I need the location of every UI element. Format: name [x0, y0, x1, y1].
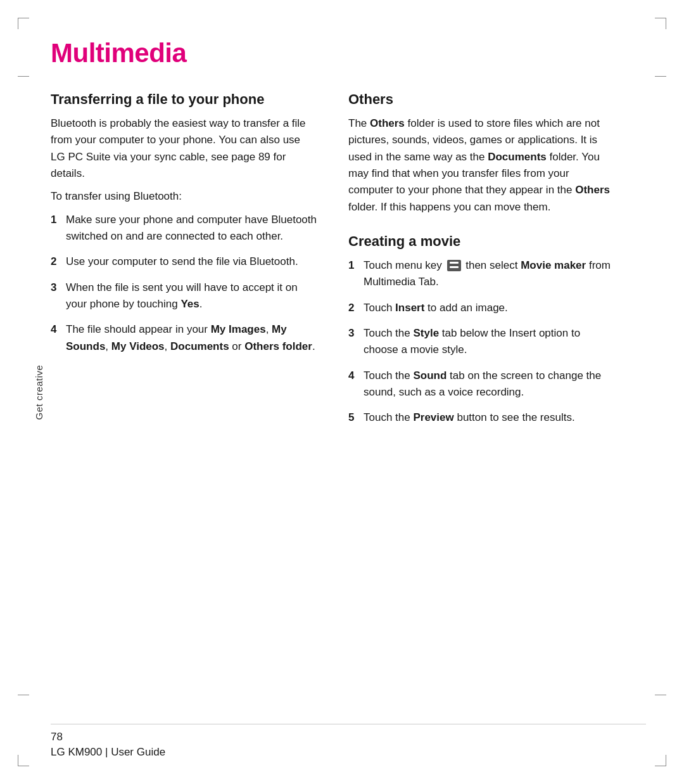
others-body: The Others folder is used to store files…	[348, 115, 614, 215]
side-mark-left-top	[18, 76, 29, 77]
two-column-layout: Transferring a file to your phone Blueto…	[51, 91, 646, 435]
movie-step4-bold1: Sound	[413, 370, 446, 382]
corner-mark-bl	[18, 755, 29, 766]
movie-step3-bold1: Style	[413, 327, 439, 339]
movie-step-text-3: Touch the Style tab below the Insert opt…	[364, 325, 614, 359]
step-num-1: 1	[51, 212, 61, 245]
transfer-step-3: 3 When the file is sent you will have to…	[51, 280, 317, 313]
footer-guide-text: User Guide	[111, 746, 165, 758]
movie-step2-prefix: Touch	[364, 302, 395, 314]
movie-step5-suffix: button to see the results.	[454, 411, 575, 423]
step-text-1: Make sure your phone and computer have B…	[66, 212, 317, 245]
movie-step-2: 2 Touch Insert to add an image.	[348, 300, 614, 316]
transfer-step-1: 1 Make sure your phone and computer have…	[51, 212, 317, 245]
others-bold3: Others	[575, 184, 610, 196]
step4-bold4: Documents	[170, 340, 229, 352]
movie-steps-list: 1 Touch menu key then select Movie maker…	[348, 257, 614, 427]
movie-step-text-5: Touch the Preview button to see the resu…	[364, 409, 614, 426]
transfer-step-4: 4 The file should appear in your My Imag…	[51, 321, 317, 355]
movie-step1-suffix: then select	[463, 259, 521, 271]
footer-page-number: 78	[51, 731, 646, 743]
movie-step1-bold1: Movie maker	[521, 259, 586, 271]
corner-mark-br	[655, 755, 666, 766]
step4-comma1: ,	[266, 323, 272, 335]
movie-step3-prefix: Touch the	[364, 327, 413, 339]
others-suffix3: folder. If this happens you can move the…	[348, 201, 550, 213]
others-bold1: Others	[370, 117, 405, 129]
movie-step-5: 5 Touch the Preview button to see the re…	[348, 409, 614, 426]
movie-step1-prefix: Touch menu key	[364, 259, 445, 271]
step3-bold: Yes	[180, 298, 199, 310]
sidebar-text: Get creative	[34, 364, 44, 420]
step-text-4: The file should appear in your My Images…	[66, 321, 317, 355]
step-num-3: 3	[51, 280, 61, 313]
step4-suffix: .	[312, 340, 315, 352]
footer-brand: LG KM900 | User Guide	[51, 746, 646, 759]
movie-step-1: 1 Touch menu key then select Movie maker…	[348, 257, 614, 291]
transfer-intro: Bluetooth is probably the easiest way to…	[51, 115, 317, 182]
step-text-3: When the file is sent you will have to a…	[66, 280, 317, 313]
movie-step-text-2: Touch Insert to add an image.	[364, 300, 614, 316]
corner-mark-tl	[18, 18, 29, 29]
movie-step-num-2: 2	[348, 300, 358, 316]
step4-prefix: The file should appear in your	[66, 323, 211, 335]
footer-divider	[51, 724, 646, 724]
step4-or: or	[229, 340, 245, 352]
movie-step-text-1: Touch menu key then select Movie maker f…	[364, 257, 614, 291]
main-content: Multimedia Transferring a file to your p…	[51, 38, 646, 733]
transfer-step-2: 2 Use your computer to send the file via…	[51, 254, 317, 270]
movie-step2-suffix: to add an image.	[424, 302, 507, 314]
transfer-steps-list: 1 Make sure your phone and computer have…	[51, 212, 317, 355]
step4-comma3: ,	[165, 340, 170, 352]
left-column: Transferring a file to your phone Blueto…	[51, 91, 317, 435]
transfer-sub-intro: To transfer using Bluetooth:	[51, 188, 317, 205]
corner-mark-tr	[655, 18, 666, 29]
step4-bold1: My Images	[211, 323, 266, 335]
page: Get creative Multimedia Transferring a f…	[0, 0, 684, 784]
section-heading-movie: Creating a movie	[348, 233, 614, 250]
others-prefix: The	[348, 117, 370, 129]
side-mark-right-top	[655, 76, 666, 77]
page-title: Multimedia	[51, 38, 646, 68]
step-num-4: 4	[51, 321, 61, 355]
movie-step5-prefix: Touch the	[364, 411, 413, 423]
right-column: Others The Others folder is used to stor…	[348, 91, 614, 435]
movie-step5-bold1: Preview	[413, 411, 453, 423]
footer-separator: |	[105, 746, 111, 758]
movie-step-4: 4 Touch the Sound tab on the screen to c…	[348, 368, 614, 401]
movie-step4-prefix: Touch the	[364, 370, 413, 382]
step3-suffix: .	[200, 298, 203, 310]
movie-step-text-4: Touch the Sound tab on the screen to cha…	[364, 368, 614, 401]
footer-brand-name: LG KM900	[51, 746, 102, 758]
step4-comma2: ,	[105, 340, 111, 352]
creating-movie-section: Creating a movie 1 Touch menu key then s…	[348, 233, 614, 427]
side-mark-left-bottom	[18, 695, 29, 695]
footer: 78 LG KM900 | User Guide	[51, 724, 646, 759]
movie-step-num-4: 4	[348, 368, 358, 401]
step4-bold3: My Videos	[111, 340, 165, 352]
movie-step-num-1: 1	[348, 257, 358, 291]
movie-step-num-3: 3	[348, 325, 358, 359]
step-num-2: 2	[51, 254, 61, 270]
movie-step-num-5: 5	[348, 409, 358, 426]
step4-bold5: Others folder	[244, 340, 312, 352]
step-text-2: Use your computer to send the file via B…	[66, 254, 317, 270]
others-bold2: Documents	[488, 151, 547, 163]
side-mark-right-bottom	[655, 695, 666, 695]
menu-key-icon	[447, 260, 461, 271]
movie-step-3: 3 Touch the Style tab below the Insert o…	[348, 325, 614, 359]
section-heading-transfer: Transferring a file to your phone	[51, 91, 317, 108]
movie-step2-bold1: Insert	[395, 302, 424, 314]
section-heading-others: Others	[348, 91, 614, 108]
